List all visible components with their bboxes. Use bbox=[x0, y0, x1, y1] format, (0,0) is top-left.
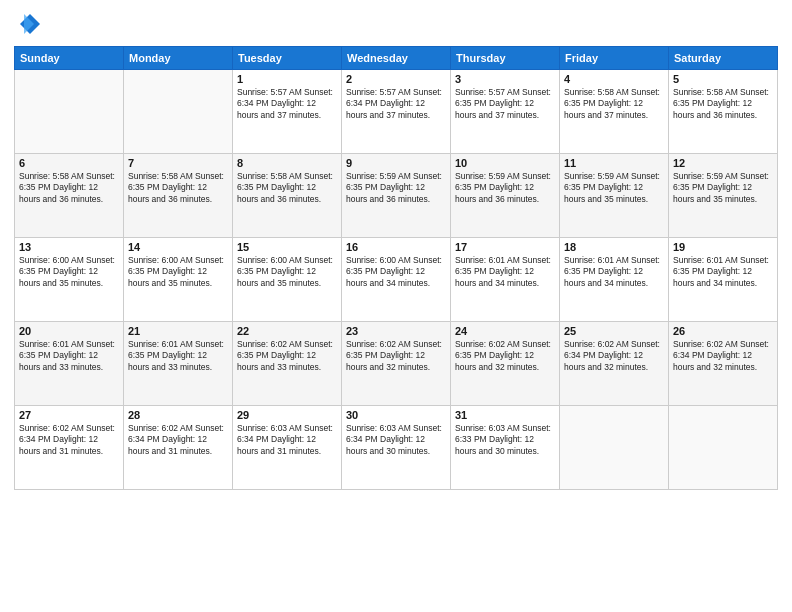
calendar-cell: 23Sunrise: 6:02 AM Sunset: 6:35 PM Dayli… bbox=[342, 322, 451, 406]
calendar-cell: 4Sunrise: 5:58 AM Sunset: 6:35 PM Daylig… bbox=[560, 70, 669, 154]
logo bbox=[14, 10, 46, 38]
day-number: 23 bbox=[346, 325, 446, 337]
weekday-header-thursday: Thursday bbox=[451, 47, 560, 70]
calendar-cell: 29Sunrise: 6:03 AM Sunset: 6:34 PM Dayli… bbox=[233, 406, 342, 490]
weekday-header-wednesday: Wednesday bbox=[342, 47, 451, 70]
day-info: Sunrise: 6:03 AM Sunset: 6:34 PM Dayligh… bbox=[346, 423, 446, 457]
calendar-cell: 1Sunrise: 5:57 AM Sunset: 6:34 PM Daylig… bbox=[233, 70, 342, 154]
calendar-cell: 31Sunrise: 6:03 AM Sunset: 6:33 PM Dayli… bbox=[451, 406, 560, 490]
day-number: 18 bbox=[564, 241, 664, 253]
calendar-cell: 10Sunrise: 5:59 AM Sunset: 6:35 PM Dayli… bbox=[451, 154, 560, 238]
day-info: Sunrise: 6:01 AM Sunset: 6:35 PM Dayligh… bbox=[673, 255, 773, 289]
day-number: 7 bbox=[128, 157, 228, 169]
day-info: Sunrise: 6:02 AM Sunset: 6:34 PM Dayligh… bbox=[128, 423, 228, 457]
day-info: Sunrise: 6:00 AM Sunset: 6:35 PM Dayligh… bbox=[346, 255, 446, 289]
calendar-cell: 20Sunrise: 6:01 AM Sunset: 6:35 PM Dayli… bbox=[15, 322, 124, 406]
calendar-cell: 26Sunrise: 6:02 AM Sunset: 6:34 PM Dayli… bbox=[669, 322, 778, 406]
day-info: Sunrise: 5:59 AM Sunset: 6:35 PM Dayligh… bbox=[564, 171, 664, 205]
day-info: Sunrise: 6:02 AM Sunset: 6:34 PM Dayligh… bbox=[673, 339, 773, 373]
day-number: 16 bbox=[346, 241, 446, 253]
calendar-cell: 30Sunrise: 6:03 AM Sunset: 6:34 PM Dayli… bbox=[342, 406, 451, 490]
day-info: Sunrise: 5:59 AM Sunset: 6:35 PM Dayligh… bbox=[455, 171, 555, 205]
calendar-cell: 14Sunrise: 6:00 AM Sunset: 6:35 PM Dayli… bbox=[124, 238, 233, 322]
day-number: 12 bbox=[673, 157, 773, 169]
calendar-cell bbox=[124, 70, 233, 154]
calendar-cell: 8Sunrise: 5:58 AM Sunset: 6:35 PM Daylig… bbox=[233, 154, 342, 238]
weekday-header-saturday: Saturday bbox=[669, 47, 778, 70]
calendar-cell: 17Sunrise: 6:01 AM Sunset: 6:35 PM Dayli… bbox=[451, 238, 560, 322]
week-row-4: 27Sunrise: 6:02 AM Sunset: 6:34 PM Dayli… bbox=[15, 406, 778, 490]
week-row-2: 13Sunrise: 6:00 AM Sunset: 6:35 PM Dayli… bbox=[15, 238, 778, 322]
day-number: 26 bbox=[673, 325, 773, 337]
day-number: 20 bbox=[19, 325, 119, 337]
day-number: 31 bbox=[455, 409, 555, 421]
calendar-cell: 16Sunrise: 6:00 AM Sunset: 6:35 PM Dayli… bbox=[342, 238, 451, 322]
day-number: 4 bbox=[564, 73, 664, 85]
day-info: Sunrise: 6:03 AM Sunset: 6:33 PM Dayligh… bbox=[455, 423, 555, 457]
day-info: Sunrise: 6:01 AM Sunset: 6:35 PM Dayligh… bbox=[564, 255, 664, 289]
day-info: Sunrise: 5:58 AM Sunset: 6:35 PM Dayligh… bbox=[673, 87, 773, 121]
calendar-cell: 11Sunrise: 5:59 AM Sunset: 6:35 PM Dayli… bbox=[560, 154, 669, 238]
day-number: 19 bbox=[673, 241, 773, 253]
day-number: 1 bbox=[237, 73, 337, 85]
day-info: Sunrise: 5:58 AM Sunset: 6:35 PM Dayligh… bbox=[19, 171, 119, 205]
calendar-cell: 9Sunrise: 5:59 AM Sunset: 6:35 PM Daylig… bbox=[342, 154, 451, 238]
calendar-cell: 3Sunrise: 5:57 AM Sunset: 6:35 PM Daylig… bbox=[451, 70, 560, 154]
day-info: Sunrise: 6:02 AM Sunset: 6:35 PM Dayligh… bbox=[455, 339, 555, 373]
day-number: 25 bbox=[564, 325, 664, 337]
day-number: 28 bbox=[128, 409, 228, 421]
day-info: Sunrise: 5:59 AM Sunset: 6:35 PM Dayligh… bbox=[673, 171, 773, 205]
day-number: 6 bbox=[19, 157, 119, 169]
weekday-header-row: SundayMondayTuesdayWednesdayThursdayFrid… bbox=[15, 47, 778, 70]
day-info: Sunrise: 5:57 AM Sunset: 6:34 PM Dayligh… bbox=[346, 87, 446, 121]
day-info: Sunrise: 5:59 AM Sunset: 6:35 PM Dayligh… bbox=[346, 171, 446, 205]
day-number: 5 bbox=[673, 73, 773, 85]
day-number: 8 bbox=[237, 157, 337, 169]
calendar-cell: 12Sunrise: 5:59 AM Sunset: 6:35 PM Dayli… bbox=[669, 154, 778, 238]
day-number: 2 bbox=[346, 73, 446, 85]
calendar-cell: 19Sunrise: 6:01 AM Sunset: 6:35 PM Dayli… bbox=[669, 238, 778, 322]
weekday-header-sunday: Sunday bbox=[15, 47, 124, 70]
day-number: 10 bbox=[455, 157, 555, 169]
weekday-header-monday: Monday bbox=[124, 47, 233, 70]
calendar-cell: 15Sunrise: 6:00 AM Sunset: 6:35 PM Dayli… bbox=[233, 238, 342, 322]
week-row-1: 6Sunrise: 5:58 AM Sunset: 6:35 PM Daylig… bbox=[15, 154, 778, 238]
day-number: 3 bbox=[455, 73, 555, 85]
day-number: 24 bbox=[455, 325, 555, 337]
calendar-cell: 5Sunrise: 5:58 AM Sunset: 6:35 PM Daylig… bbox=[669, 70, 778, 154]
day-info: Sunrise: 6:01 AM Sunset: 6:35 PM Dayligh… bbox=[128, 339, 228, 373]
calendar-cell: 2Sunrise: 5:57 AM Sunset: 6:34 PM Daylig… bbox=[342, 70, 451, 154]
calendar-cell bbox=[560, 406, 669, 490]
day-info: Sunrise: 6:02 AM Sunset: 6:35 PM Dayligh… bbox=[237, 339, 337, 373]
day-number: 15 bbox=[237, 241, 337, 253]
calendar-cell bbox=[669, 406, 778, 490]
calendar-cell: 6Sunrise: 5:58 AM Sunset: 6:35 PM Daylig… bbox=[15, 154, 124, 238]
week-row-3: 20Sunrise: 6:01 AM Sunset: 6:35 PM Dayli… bbox=[15, 322, 778, 406]
calendar-cell: 13Sunrise: 6:00 AM Sunset: 6:35 PM Dayli… bbox=[15, 238, 124, 322]
day-number: 9 bbox=[346, 157, 446, 169]
weekday-header-tuesday: Tuesday bbox=[233, 47, 342, 70]
calendar-cell: 27Sunrise: 6:02 AM Sunset: 6:34 PM Dayli… bbox=[15, 406, 124, 490]
day-number: 11 bbox=[564, 157, 664, 169]
day-info: Sunrise: 6:00 AM Sunset: 6:35 PM Dayligh… bbox=[19, 255, 119, 289]
day-info: Sunrise: 5:57 AM Sunset: 6:35 PM Dayligh… bbox=[455, 87, 555, 121]
calendar-cell: 28Sunrise: 6:02 AM Sunset: 6:34 PM Dayli… bbox=[124, 406, 233, 490]
day-info: Sunrise: 6:02 AM Sunset: 6:34 PM Dayligh… bbox=[19, 423, 119, 457]
day-info: Sunrise: 6:01 AM Sunset: 6:35 PM Dayligh… bbox=[455, 255, 555, 289]
day-number: 27 bbox=[19, 409, 119, 421]
day-info: Sunrise: 6:02 AM Sunset: 6:35 PM Dayligh… bbox=[346, 339, 446, 373]
day-info: Sunrise: 5:58 AM Sunset: 6:35 PM Dayligh… bbox=[564, 87, 664, 121]
calendar-cell: 7Sunrise: 5:58 AM Sunset: 6:35 PM Daylig… bbox=[124, 154, 233, 238]
day-info: Sunrise: 6:00 AM Sunset: 6:35 PM Dayligh… bbox=[128, 255, 228, 289]
day-info: Sunrise: 6:02 AM Sunset: 6:34 PM Dayligh… bbox=[564, 339, 664, 373]
calendar-cell bbox=[15, 70, 124, 154]
day-info: Sunrise: 5:58 AM Sunset: 6:35 PM Dayligh… bbox=[128, 171, 228, 205]
day-number: 30 bbox=[346, 409, 446, 421]
calendar-cell: 18Sunrise: 6:01 AM Sunset: 6:35 PM Dayli… bbox=[560, 238, 669, 322]
day-number: 22 bbox=[237, 325, 337, 337]
day-info: Sunrise: 6:03 AM Sunset: 6:34 PM Dayligh… bbox=[237, 423, 337, 457]
page: SundayMondayTuesdayWednesdayThursdayFrid… bbox=[0, 0, 792, 612]
calendar: SundayMondayTuesdayWednesdayThursdayFrid… bbox=[14, 46, 778, 490]
day-number: 14 bbox=[128, 241, 228, 253]
logo-icon bbox=[14, 10, 42, 38]
